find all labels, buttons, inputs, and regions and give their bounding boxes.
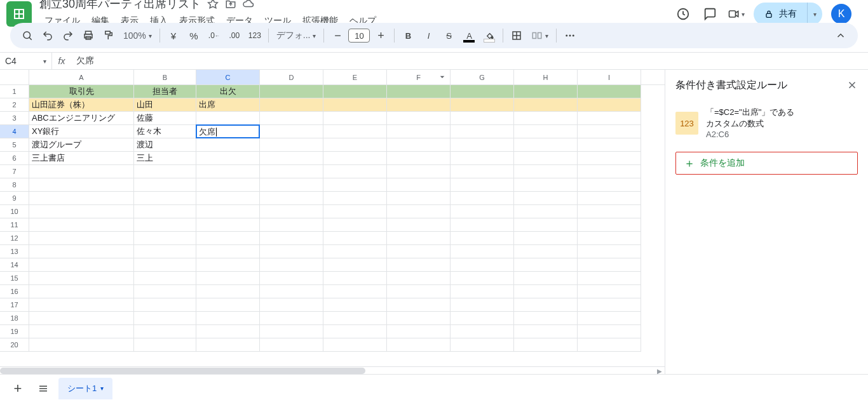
cell-I9[interactable] (578, 192, 641, 205)
cell-E15[interactable] (323, 272, 387, 285)
column-header-I[interactable]: I (578, 70, 641, 84)
cell-A1[interactable]: 取引先 (29, 85, 134, 98)
collapse-toolbar-icon[interactable] (831, 26, 850, 45)
sheet-tab-menu-icon[interactable]: ▾ (100, 385, 104, 392)
cell-I20[interactable] (578, 338, 641, 352)
cell-C14[interactable] (196, 258, 260, 272)
cell-F17[interactable] (387, 298, 451, 312)
italic-icon[interactable]: I (419, 26, 438, 45)
cell-G5[interactable] (451, 138, 514, 152)
cell-H1[interactable] (514, 85, 578, 98)
row-header-6[interactable]: 6 (0, 152, 29, 165)
row-header-19[interactable]: 19 (0, 325, 29, 338)
cloud-status-icon[interactable] (243, 0, 254, 10)
column-header-H[interactable]: H (514, 70, 578, 84)
cell-I12[interactable] (578, 232, 641, 245)
cell-C19[interactable] (196, 325, 260, 338)
cell-D20[interactable] (260, 338, 323, 352)
cell-G1[interactable] (451, 85, 514, 98)
cell-B5[interactable]: 渡辺 (134, 138, 196, 152)
cell-H13[interactable] (514, 245, 578, 258)
history-icon[interactable] (674, 5, 692, 23)
column-header-C[interactable]: C (196, 70, 260, 84)
column-header-E[interactable]: E (323, 70, 387, 84)
row-header-5[interactable]: 5 (0, 138, 29, 152)
cell-H5[interactable] (514, 138, 578, 152)
row-header-7[interactable]: 7 (0, 165, 29, 178)
name-box[interactable]: C4▾ (0, 53, 52, 69)
cell-H11[interactable] (514, 218, 578, 232)
column-header-B[interactable]: B (134, 70, 196, 84)
cell-D11[interactable] (260, 218, 323, 232)
cell-F13[interactable] (387, 245, 451, 258)
cell-D9[interactable] (260, 192, 323, 205)
row-header-20[interactable]: 20 (0, 338, 29, 352)
cell-D12[interactable] (260, 232, 323, 245)
cell-I7[interactable] (578, 165, 641, 178)
cell-I19[interactable] (578, 325, 641, 338)
cell-F4[interactable] (387, 125, 451, 138)
cell-I8[interactable] (578, 178, 641, 192)
cell-B13[interactable] (134, 245, 196, 258)
cell-C9[interactable] (196, 192, 260, 205)
cell-I11[interactable] (578, 218, 641, 232)
cell-A15[interactable] (29, 272, 134, 285)
cell-B2[interactable]: 山田 (134, 98, 196, 112)
cell-G11[interactable] (451, 218, 514, 232)
cell-H7[interactable] (514, 165, 578, 178)
cell-F11[interactable] (387, 218, 451, 232)
cell-A11[interactable] (29, 218, 134, 232)
cell-I4[interactable] (578, 125, 641, 138)
cell-I6[interactable] (578, 152, 641, 165)
cell-I17[interactable] (578, 298, 641, 312)
search-menu-icon[interactable] (18, 26, 37, 45)
cell-H9[interactable] (514, 192, 578, 205)
cell-D1[interactable] (260, 85, 323, 98)
cell-G14[interactable] (451, 258, 514, 272)
cell-G12[interactable] (451, 232, 514, 245)
font-size-input[interactable]: 10 (348, 29, 370, 43)
cell-B1[interactable]: 担当者 (134, 85, 196, 98)
cell-I14[interactable] (578, 258, 641, 272)
cell-H18[interactable] (514, 312, 578, 325)
toolbar-more-icon[interactable] (560, 26, 580, 45)
sheet-tab[interactable]: シート1 ▾ (58, 378, 112, 399)
cell-G15[interactable] (451, 272, 514, 285)
row-header-17[interactable]: 17 (0, 298, 29, 312)
cell-D8[interactable] (260, 178, 323, 192)
cell-C20[interactable] (196, 338, 260, 352)
cell-F9[interactable] (387, 192, 451, 205)
cell-E18[interactable] (323, 312, 387, 325)
row-header-18[interactable]: 18 (0, 312, 29, 325)
cell-B19[interactable] (134, 325, 196, 338)
cell-I18[interactable] (578, 312, 641, 325)
cell-G9[interactable] (451, 192, 514, 205)
cell-D7[interactable] (260, 165, 323, 178)
cell-I3[interactable] (578, 112, 641, 125)
cell-A20[interactable] (29, 338, 134, 352)
percent-icon[interactable]: % (184, 26, 203, 45)
paint-format-icon[interactable] (99, 26, 118, 45)
spreadsheet-grid[interactable]: ABCDEFGHI 1取引先担当者出欠2山田証券（株）山田出席3ABCエンジニア… (0, 70, 665, 374)
cell-F12[interactable] (387, 232, 451, 245)
cell-I15[interactable] (578, 272, 641, 285)
row-header-1[interactable]: 1 (0, 85, 29, 98)
cell-E20[interactable] (323, 338, 387, 352)
cell-D4[interactable] (260, 125, 323, 138)
cell-C15[interactable] (196, 272, 260, 285)
horizontal-scrollbar[interactable]: ◀▶ (0, 366, 665, 374)
cell-B10[interactable] (134, 205, 196, 218)
cell-C2[interactable]: 出席 (196, 98, 260, 112)
column-header-A[interactable]: A (29, 70, 134, 84)
row-header-14[interactable]: 14 (0, 258, 29, 272)
cell-A8[interactable] (29, 178, 134, 192)
cell-A16[interactable] (29, 285, 134, 298)
cell-B12[interactable] (134, 232, 196, 245)
cell-A6[interactable]: 三上書店 (29, 152, 134, 165)
cell-H15[interactable] (514, 272, 578, 285)
cell-I1[interactable] (578, 85, 641, 98)
cell-E10[interactable] (323, 205, 387, 218)
format-rule-item[interactable]: 123 「=$C2="出席"」である カスタムの数式 A2:C6 (665, 100, 868, 147)
cell-G2[interactable] (451, 98, 514, 112)
cell-E14[interactable] (323, 258, 387, 272)
